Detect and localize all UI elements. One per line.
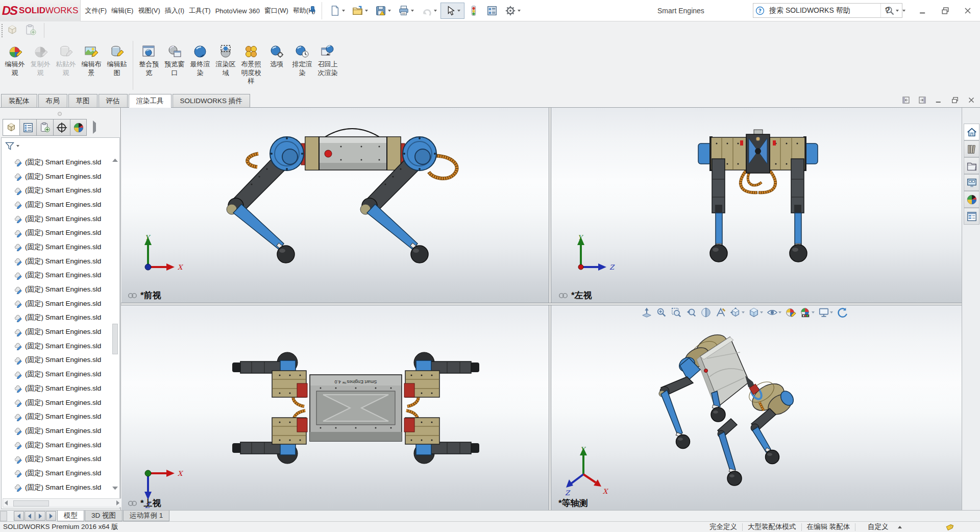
tree-item[interactable]: (固定) Smart Engines.sld xyxy=(2,198,111,212)
tree-item[interactable]: (固定) Smart Engines.sld xyxy=(2,367,111,381)
scroll-up-icon[interactable] xyxy=(112,156,118,162)
tree-item[interactable]: (固定) Smart Engines.sld xyxy=(2,466,111,480)
restore-button[interactable] xyxy=(940,6,950,16)
taskpane-file-explorer[interactable] xyxy=(964,157,979,174)
performance-evaluation-button[interactable] xyxy=(464,3,483,19)
tree-item[interactable]: (固定) Smart Engines.sld xyxy=(2,424,111,438)
hscrollbar-thumb[interactable] xyxy=(13,500,49,506)
taskpane-appearances[interactable] xyxy=(964,191,979,208)
menu-file[interactable]: 文件(F) xyxy=(83,6,109,15)
design-report-button[interactable] xyxy=(483,3,501,19)
ribbon-scene-illumination-proof[interactable]: 布景照明度校样 xyxy=(238,39,264,86)
help-button[interactable]: ? xyxy=(885,6,890,16)
menu-insert[interactable]: 插入(I) xyxy=(162,6,186,15)
menu-edit[interactable]: 编辑(E) xyxy=(109,6,136,15)
tag-icon[interactable] xyxy=(945,523,953,532)
ribbon-edit-appearance[interactable]: 编辑外观 xyxy=(2,39,28,77)
dock-right-icon[interactable] xyxy=(918,95,927,105)
tree-item[interactable]: (固定) Smart Engines.sld xyxy=(2,452,111,466)
scroll-left-icon[interactable] xyxy=(5,500,8,505)
tree-item[interactable]: (固定) Smart Engines.sld xyxy=(2,311,111,325)
open-button[interactable] xyxy=(349,3,372,19)
print-button[interactable] xyxy=(395,3,418,19)
tree-item[interactable]: (固定) Smart Engines.sld xyxy=(2,325,111,339)
tree-item[interactable]: (固定) Smart Engines.sld xyxy=(2,269,111,283)
menu-window[interactable]: 窗口(W) xyxy=(262,6,290,15)
tab-layout[interactable]: 布局 xyxy=(38,94,67,107)
scroll-right-icon[interactable] xyxy=(116,500,119,505)
scrollbar-thumb[interactable] xyxy=(112,324,118,354)
status-custom-caret[interactable] xyxy=(898,526,902,528)
tree-filter[interactable] xyxy=(5,140,19,152)
tab-dimxpertmanager[interactable] xyxy=(53,119,70,136)
tree-item[interactable]: (固定) Smart Engines.sld xyxy=(2,396,111,410)
tab-configurationmanager[interactable] xyxy=(36,119,53,136)
pin-menubar-icon[interactable] xyxy=(307,5,317,15)
options-button[interactable] xyxy=(501,3,524,19)
minimize-button[interactable] xyxy=(918,6,928,16)
tree-item[interactable]: (固定) Smart Engines.sld xyxy=(2,282,111,297)
undo-button[interactable] xyxy=(418,3,440,19)
tree-item[interactable]: (固定) Smart Engines.sld xyxy=(2,438,111,452)
close-button[interactable] xyxy=(963,6,973,16)
tab-solidworks-addins[interactable]: SOLIDWORKS 插件 xyxy=(173,94,250,107)
tab-sketch[interactable]: 草图 xyxy=(68,94,97,107)
ribbon-paste-appearance[interactable]: 粘贴外观 xyxy=(53,39,79,77)
search-box[interactable]: 搜索 SOLIDWORKS 帮助 xyxy=(753,3,902,18)
tree-item[interactable]: (固定) Smart Engines.sld xyxy=(2,226,111,240)
tab-featuremanager[interactable] xyxy=(3,119,19,136)
tree-item[interactable]: (固定) Smart Engines.sld xyxy=(2,381,111,396)
tab-motion-study[interactable]: 运动算例 1 xyxy=(123,511,169,521)
last-tab-button[interactable] xyxy=(46,511,56,521)
ribbon-integrated-preview[interactable]: 整合预览 xyxy=(136,39,162,77)
save-button[interactable] xyxy=(372,3,395,19)
tab-evaluate[interactable]: 评估 xyxy=(99,94,128,107)
tab-bar-grip[interactable] xyxy=(0,511,7,521)
new-document-button[interactable] xyxy=(326,3,349,19)
tab-propertymanager[interactable] xyxy=(19,119,36,136)
ribbon-schedule-render[interactable]: 排定渲染 xyxy=(289,39,315,77)
taskpane-custom-properties[interactable] xyxy=(964,208,979,225)
tree-item[interactable]: (固定) Smart Engines.sld xyxy=(2,155,111,170)
vertical-splitter[interactable] xyxy=(549,108,551,510)
tree-item[interactable]: (固定) Smart Engines.sld xyxy=(2,254,111,269)
tree-item[interactable]: (固定) Smart Engines.sld xyxy=(2,480,111,493)
ribbon-recall-last-render[interactable]: 召回上次渲染 xyxy=(315,39,340,77)
panel-collapse-handle[interactable] xyxy=(58,112,62,116)
ribbon-render-region[interactable]: 渲染区域 xyxy=(213,39,238,77)
viewport-top[interactable]: Smart Engines™ 4.0 X Z *上视 xyxy=(121,305,549,510)
select-tool-button[interactable] xyxy=(440,3,464,19)
horizontal-splitter[interactable] xyxy=(121,303,962,305)
tree-item[interactable]: (固定) Smart Engines.sld xyxy=(2,240,111,254)
tree-horizontal-scrollbar[interactable] xyxy=(3,498,121,507)
ribbon-final-render[interactable]: 最终渲染 xyxy=(187,39,213,77)
taskpane-view-palette[interactable] xyxy=(964,174,979,191)
tab-assembly[interactable]: 装配体 xyxy=(1,94,37,107)
scroll-down-icon[interactable] xyxy=(112,487,118,492)
tab-3d-views[interactable]: 3D 视图 xyxy=(85,511,122,521)
tree-item[interactable]: (固定) Smart Engines.sld xyxy=(2,409,111,424)
ribbon-preview-window[interactable]: 预览窗口 xyxy=(162,39,187,77)
menu-photoview[interactable]: PhotoView 360 xyxy=(213,7,262,15)
first-tab-button[interactable] xyxy=(14,511,24,521)
toolbar-drag-handle[interactable] xyxy=(1,23,3,37)
ribbon-edit-decal[interactable]: 编辑贴图 xyxy=(104,39,130,77)
tree-item[interactable]: (固定) Smart Engines.sld xyxy=(2,297,111,311)
tree-item[interactable]: (固定) Smart Engines.sld xyxy=(2,183,111,198)
next-tab-button[interactable] xyxy=(35,511,45,521)
panel-tabs-overflow[interactable] xyxy=(93,123,96,131)
tree-item[interactable]: (固定) Smart Engines.sld xyxy=(2,339,111,353)
viewport-restore-icon[interactable] xyxy=(950,95,960,105)
tree-item[interactable]: (固定) Smart Engines.sld xyxy=(2,212,111,226)
dock-left-icon[interactable] xyxy=(901,95,911,105)
viewport-left[interactable]: Y Z *左视 xyxy=(551,108,962,303)
tree-vertical-scrollbar[interactable] xyxy=(111,155,119,493)
viewport-close-icon[interactable] xyxy=(967,95,976,105)
menu-view[interactable]: 视图(V) xyxy=(136,6,162,15)
tree-item[interactable]: (固定) Smart Engines.sld xyxy=(2,353,111,368)
taskpane-home[interactable] xyxy=(964,124,979,140)
ribbon-options[interactable]: 选项 xyxy=(264,39,289,69)
tab-model[interactable]: 模型 xyxy=(57,511,84,521)
tab-displaymanager[interactable] xyxy=(70,119,87,136)
viewport-minimize-icon[interactable] xyxy=(934,95,943,105)
